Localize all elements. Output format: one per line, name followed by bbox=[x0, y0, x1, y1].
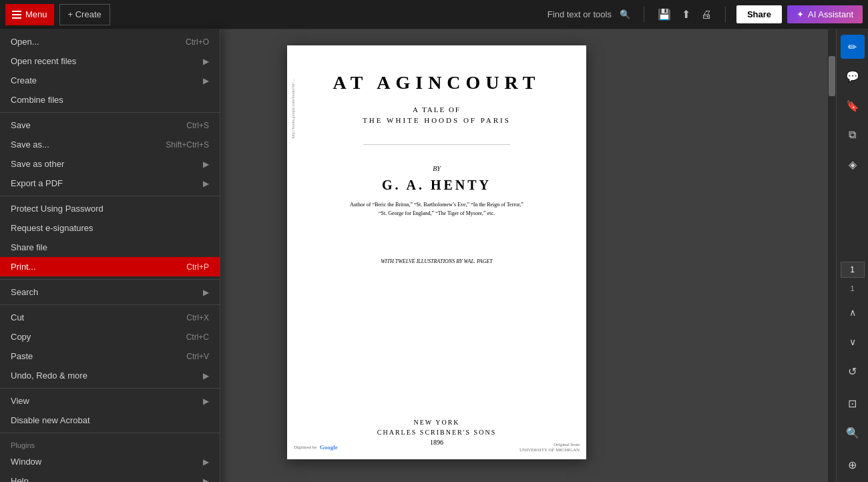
menu-item-protect[interactable]: Protect Using Password bbox=[0, 199, 220, 218]
menu-item-cut-shortcut: Ctrl+X bbox=[186, 313, 209, 322]
pdf-subtitle2: THE WHITE HOODS OF PARIS bbox=[363, 116, 511, 124]
right-panel-copy[interactable]: ⧉ bbox=[841, 123, 865, 147]
divider2 bbox=[725, 7, 726, 23]
menu-item-view-label: View bbox=[11, 396, 29, 406]
pdf-footer: Digitized by Google Original fromUNIVERS… bbox=[287, 442, 586, 453]
menu-item-help-label: Help bbox=[11, 476, 29, 482]
sep3 bbox=[0, 279, 220, 280]
right-sidebar: ✏ 💬 🔖 ⧉ ◈ 1 1 ∧ ∨ ↺ ⊡ 🔍 ⊕ bbox=[836, 29, 868, 482]
menu-item-copy[interactable]: Copy Ctrl+C bbox=[0, 327, 220, 346]
pdf-footer-right: Original fromUNIVERSITY OF MICHIGAN bbox=[519, 442, 580, 453]
sep5 bbox=[0, 388, 220, 389]
search-icon[interactable]: 🔍 bbox=[620, 9, 630, 19]
scroll-thumb[interactable] bbox=[829, 56, 835, 96]
menu-item-view[interactable]: View ▶ bbox=[0, 391, 220, 411]
sep6 bbox=[0, 433, 220, 433]
menu-item-search-label: Search bbox=[11, 287, 38, 297]
window-arrow: ▶ bbox=[203, 457, 209, 467]
menu-item-disable-acrobat-label: Disable new Acrobat bbox=[11, 415, 90, 425]
menu-item-esig-label: Request e-signatures bbox=[11, 223, 93, 233]
menu-item-print-shortcut: Ctrl+P bbox=[186, 262, 209, 272]
menu-item-print-label: Print... bbox=[11, 262, 36, 272]
right-panel-layers[interactable]: ◈ bbox=[841, 152, 865, 176]
hamburger-icon bbox=[12, 11, 21, 19]
ai-assistant-button[interactable]: ✦ AI Assistant bbox=[787, 5, 863, 23]
menu-item-print[interactable]: Print... Ctrl+P bbox=[0, 257, 220, 276]
menu-item-window-label: Window bbox=[11, 457, 41, 467]
menu-item-cut-label: Cut bbox=[11, 312, 24, 322]
share-button[interactable]: Share bbox=[736, 5, 782, 23]
refresh-button[interactable]: ↺ bbox=[841, 359, 865, 383]
upload-button[interactable]: ⬆ bbox=[679, 5, 693, 23]
pdf-illus: WITH TWELVE ILLUSTRATIONS BY WAL. PAGET bbox=[381, 258, 493, 264]
menu-item-protect-label: Protect Using Password bbox=[11, 204, 103, 214]
menu-item-share-file[interactable]: Share file bbox=[0, 238, 220, 257]
menu-item-save-shortcut: Ctrl+S bbox=[186, 121, 209, 130]
menu-item-save-as-shortcut: Shift+Ctrl+S bbox=[166, 140, 209, 150]
ai-label: AI Assistant bbox=[808, 9, 853, 19]
pdf-city: NEW YORK bbox=[413, 419, 459, 426]
pdf-side-text: http://books.google.com/books?id=... bbox=[291, 79, 295, 139]
menu-item-esig[interactable]: Request e-signatures bbox=[0, 218, 220, 238]
view-arrow: ▶ bbox=[203, 397, 209, 406]
menu-item-open-recent[interactable]: Open recent files ▶ bbox=[0, 51, 220, 71]
page-up-button[interactable]: ∧ bbox=[841, 300, 865, 324]
menu-item-combine-label: Combine files bbox=[11, 95, 63, 105]
topbar: Menu + Create Find text or tools 🔍 💾 ⬆ 🖨… bbox=[0, 0, 868, 29]
dropdown-menu: Open... Ctrl+O Open recent files ▶ Creat… bbox=[0, 29, 220, 482]
menu-item-open-shortcut: Ctrl+O bbox=[186, 37, 209, 47]
menu-item-save[interactable]: Save Ctrl+S bbox=[0, 115, 220, 135]
menu-item-paste-shortcut: Ctrl+V bbox=[186, 352, 209, 361]
menu-item-disable-acrobat[interactable]: Disable new Acrobat bbox=[0, 411, 220, 430]
menu-item-save-as[interactable]: Save as... Shift+Ctrl+S bbox=[0, 135, 220, 154]
menu-item-create[interactable]: Create ▶ bbox=[0, 71, 220, 90]
menu-item-save-as-other[interactable]: Save as other ▶ bbox=[0, 154, 220, 174]
help-arrow: ▶ bbox=[203, 477, 209, 483]
ai-icon: ✦ bbox=[797, 9, 804, 19]
menu-item-paste[interactable]: Paste Ctrl+V bbox=[0, 346, 220, 366]
sep2 bbox=[0, 196, 220, 196]
sep4 bbox=[0, 304, 220, 305]
menu-item-cut[interactable]: Cut Ctrl+X bbox=[0, 308, 220, 327]
pdf-title: AT AGINCOURT bbox=[333, 72, 540, 93]
create-arrow: ▶ bbox=[203, 76, 209, 85]
plugins-section-header: Plugins bbox=[0, 436, 220, 452]
menu-label: Menu bbox=[25, 9, 47, 19]
open-recent-arrow: ▶ bbox=[203, 57, 209, 66]
menu-item-copy-label: Copy bbox=[11, 332, 31, 342]
menu-item-save-as-other-label: Save as other bbox=[11, 159, 64, 169]
menu-item-export-pdf[interactable]: Export a PDF ▶ bbox=[0, 174, 220, 193]
save-cloud-button[interactable]: 💾 bbox=[655, 5, 674, 23]
menu-item-combine[interactable]: Combine files bbox=[0, 90, 220, 109]
save-as-other-arrow: ▶ bbox=[203, 160, 209, 169]
pdf-subtitle1: A TALE OF bbox=[413, 105, 461, 113]
pdf-desc: Author of “Beric the Briton,” “St. Barth… bbox=[350, 201, 523, 218]
zoom-out-button[interactable]: 🔍 bbox=[841, 421, 865, 445]
zoom-in-button[interactable]: ⊕ bbox=[841, 453, 865, 477]
right-panel-edit[interactable]: ✏ bbox=[841, 35, 865, 59]
menu-item-open[interactable]: Open... Ctrl+O bbox=[0, 32, 220, 51]
create-label: + Create bbox=[68, 9, 101, 19]
print-button[interactable]: 🖨 bbox=[698, 6, 714, 23]
menu-item-export-pdf-label: Export a PDF bbox=[11, 178, 63, 188]
menu-item-help[interactable]: Help ▶ bbox=[0, 471, 220, 482]
plugins-label: Plugins bbox=[11, 441, 35, 449]
menu-item-open-label: Open... bbox=[11, 37, 39, 47]
menu-button[interactable]: Menu bbox=[5, 4, 54, 25]
right-panel-bookmark[interactable]: 🔖 bbox=[841, 93, 865, 117]
create-button[interactable]: + Create bbox=[59, 4, 110, 25]
pdf-author: G. A. HENTY bbox=[382, 178, 491, 193]
menu-item-search[interactable]: Search ▶ bbox=[0, 282, 220, 302]
pdf-footer-left: Digitized by Google bbox=[294, 442, 338, 453]
page-number-indicator: 1 bbox=[841, 262, 865, 278]
scrollbar[interactable] bbox=[828, 29, 836, 482]
menu-item-undo-redo-label: Undo, Redo & more bbox=[11, 371, 87, 381]
search-arrow: ▶ bbox=[203, 288, 209, 297]
menu-item-window[interactable]: Window ▶ bbox=[0, 452, 220, 471]
search-area: Find text or tools 🔍 bbox=[548, 9, 633, 19]
menu-item-undo-redo[interactable]: Undo, Redo & more ▶ bbox=[0, 366, 220, 385]
page-down-button[interactable]: ∨ bbox=[841, 330, 865, 354]
right-panel-comment[interactable]: 💬 bbox=[841, 64, 865, 88]
divider bbox=[644, 7, 644, 23]
fit-page-button[interactable]: ⊡ bbox=[841, 391, 865, 415]
